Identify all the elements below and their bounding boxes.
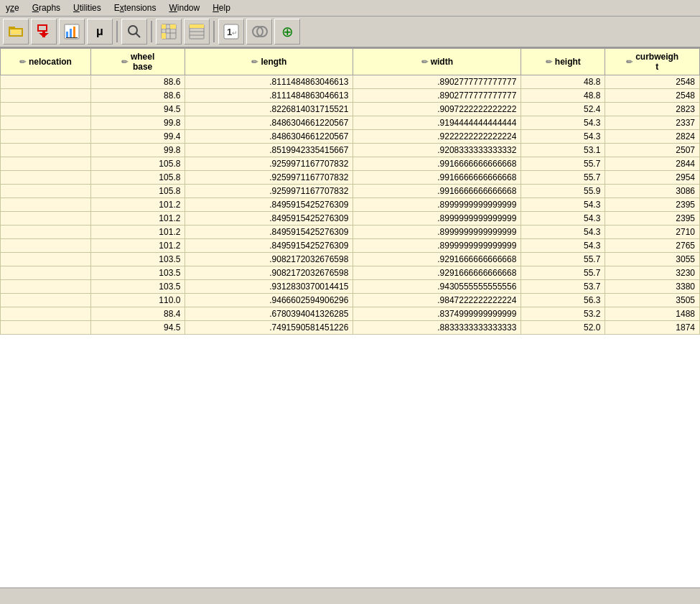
- cell-height-14: 55.7: [521, 266, 605, 280]
- cell-length-9: .8495915425276309: [185, 198, 353, 212]
- cell-height-16: 56.3: [521, 294, 605, 307]
- cell-nelocation-15: [1, 280, 91, 294]
- horizontal-scrollbar[interactable]: [0, 587, 700, 599]
- cell-length-12: .8495915425276309: [185, 239, 353, 253]
- cell-wheelbase-6: 105.8: [90, 157, 185, 171]
- table-row: 101.2.8495915425276309.89999999999999995…: [1, 198, 700, 212]
- cell-width-11: .8999999999999999: [353, 226, 521, 239]
- cell-curbweight-11: 2710: [605, 226, 700, 239]
- cell-wheelbase-0: 88.6: [90, 75, 185, 89]
- cell-nelocation-1: [1, 89, 91, 103]
- cell-height-0: 48.8: [521, 75, 605, 89]
- col-header-height[interactable]: ✏ height: [521, 49, 605, 75]
- toolbar-search-btn[interactable]: [121, 19, 147, 45]
- cell-width-3: .9194444444444444: [353, 116, 521, 130]
- cell-nelocation-3: [1, 116, 91, 130]
- cell-height-7: 55.7: [521, 171, 605, 185]
- cell-wheelbase-10: 101.2: [90, 212, 185, 226]
- toolbar-circle-btn[interactable]: [246, 19, 272, 45]
- cell-width-6: .9916666666666668: [353, 157, 521, 171]
- cell-width-2: .9097222222222222: [353, 103, 521, 116]
- cell-wheelbase-16: 110.0: [90, 294, 185, 307]
- col-header-width[interactable]: ✏ width: [353, 49, 521, 75]
- svg-rect-1: [9, 27, 10, 37]
- cell-curbweight-13: 3055: [605, 253, 700, 266]
- cell-curbweight-12: 2765: [605, 239, 700, 253]
- cell-nelocation-10: [1, 212, 91, 226]
- cell-wheelbase-4: 99.4: [90, 130, 185, 144]
- toolbar-open-btn[interactable]: [3, 19, 29, 45]
- data-table-container[interactable]: ✏ nelocation ✏ wheelbase ✏ length: [0, 48, 700, 587]
- toolbar-sep3: [213, 21, 215, 42]
- cell-height-2: 52.4: [521, 103, 605, 116]
- menu-graphs[interactable]: Graphs: [29, 1, 63, 14]
- table-row: 101.2.8495915425276309.89999999999999995…: [1, 226, 700, 239]
- svg-rect-14: [70, 29, 72, 37]
- pencil-icon-width: ✏: [421, 57, 428, 67]
- cell-length-3: .8486304661220567: [185, 116, 353, 130]
- cell-nelocation-11: [1, 226, 91, 239]
- menu-help[interactable]: Help: [210, 1, 233, 14]
- cell-curbweight-1: 2548: [605, 89, 700, 103]
- cell-height-8: 55.9: [521, 185, 605, 198]
- cell-width-18: .8833333333333333: [353, 321, 521, 335]
- toolbar-grid2-btn[interactable]: [184, 19, 210, 45]
- toolbar-download-btn[interactable]: [31, 19, 57, 45]
- menu-utilities[interactable]: Utilities: [70, 1, 104, 14]
- table-row: 99.8.8519942335415667.920833333333333253…: [1, 144, 700, 157]
- svg-rect-24: [162, 24, 166, 29]
- col-header-length[interactable]: ✏ length: [185, 49, 353, 75]
- cell-length-16: .9466602594906296: [185, 294, 353, 307]
- cell-length-13: .9082172032676598: [185, 253, 353, 266]
- table-row: 105.8.9259971167707832.99166666666666685…: [1, 157, 700, 171]
- table-row: 110.0.9466602594906296.98472222222222245…: [1, 294, 700, 307]
- cell-width-13: .9291666666666668: [353, 253, 521, 266]
- toolbar-mu-btn[interactable]: μ: [87, 19, 113, 45]
- toolbar-grid-btn[interactable]: [156, 19, 182, 45]
- pencil-icon-height: ✏: [546, 57, 552, 67]
- cell-nelocation-0: [1, 75, 91, 89]
- cell-height-1: 48.8: [521, 89, 605, 103]
- pencil-icon-nelocation: ✏: [19, 57, 26, 67]
- cell-width-15: .9430555555555556: [353, 280, 521, 294]
- svg-rect-11: [42, 30, 45, 37]
- cell-height-17: 53.2: [521, 307, 605, 321]
- cell-wheelbase-12: 101.2: [90, 239, 185, 253]
- cell-width-9: .8999999999999999: [353, 198, 521, 212]
- cell-wheelbase-3: 99.8: [90, 116, 185, 130]
- cell-height-15: 53.7: [521, 280, 605, 294]
- col-header-wheelbase[interactable]: ✏ wheelbase: [90, 49, 185, 75]
- table-row: 99.4.8486304661220567.922222222222222454…: [1, 130, 700, 144]
- col-header-nelocation[interactable]: ✏ nelocation: [1, 49, 91, 75]
- col-header-curbweight[interactable]: ✏ curbweight: [605, 49, 700, 75]
- cell-height-12: 54.3: [521, 239, 605, 253]
- menu-window[interactable]: Window: [166, 1, 202, 14]
- table-row: 101.2.8495915425276309.89999999999999995…: [1, 239, 700, 253]
- cell-length-7: .9259971167707832: [185, 171, 353, 185]
- table-row: 88.6.8111484863046613.890277777777777748…: [1, 89, 700, 103]
- toolbar-number-btn[interactable]: 1 ↵: [218, 19, 244, 45]
- cell-length-0: .8111484863046613: [185, 75, 353, 89]
- cell-wheelbase-13: 103.5: [90, 253, 185, 266]
- cell-width-16: .9847222222222224: [353, 294, 521, 307]
- toolbar: μ 1 ↵: [0, 17, 700, 48]
- cell-wheelbase-8: 105.8: [90, 185, 185, 198]
- cell-length-17: .6780394041326285: [185, 307, 353, 321]
- cell-length-14: .9082172032676598: [185, 266, 353, 280]
- data-table: ✏ nelocation ✏ wheelbase ✏ length: [0, 48, 700, 335]
- cell-height-3: 54.3: [521, 116, 605, 130]
- toolbar-chart-btn[interactable]: [59, 19, 85, 45]
- cell-length-5: .8519942335415667: [185, 144, 353, 157]
- toolbar-plus-btn[interactable]: ⊕: [274, 19, 300, 45]
- cell-width-7: .9916666666666668: [353, 171, 521, 185]
- cell-height-13: 55.7: [521, 253, 605, 266]
- table-row: 94.5.8226814031715521.909722222222222252…: [1, 103, 700, 116]
- cell-width-8: .9916666666666668: [353, 185, 521, 198]
- menu-yze[interactable]: yze: [3, 1, 22, 14]
- cell-nelocation-4: [1, 130, 91, 144]
- cell-wheelbase-5: 99.8: [90, 144, 185, 157]
- cell-wheelbase-11: 101.2: [90, 226, 185, 239]
- cell-width-12: .8999999999999999: [353, 239, 521, 253]
- cell-nelocation-6: [1, 157, 91, 171]
- menu-extensions[interactable]: Extensions: [111, 1, 159, 14]
